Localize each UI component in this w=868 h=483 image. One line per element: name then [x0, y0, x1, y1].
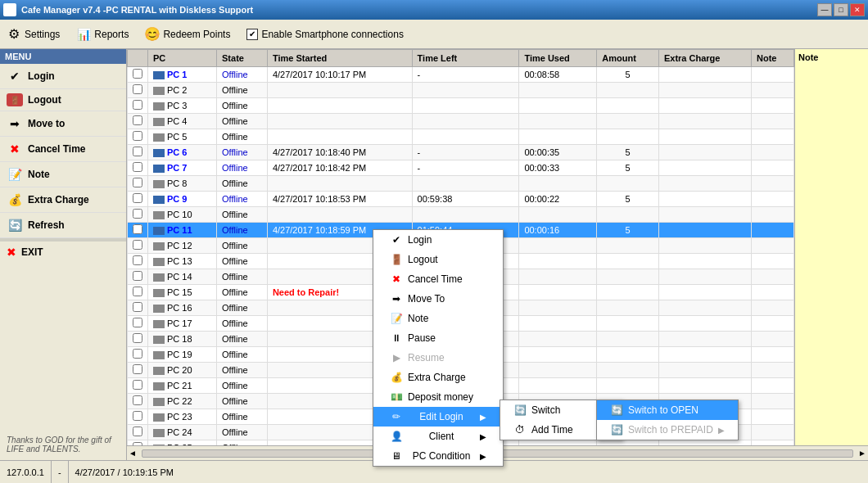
table-row[interactable]: PC 9Offline4/27/2017 10:18:53 PM00:59:38…: [128, 192, 794, 207]
sidebar-item-canceltime[interactable]: ✖ Cancel Time: [0, 137, 126, 162]
app-title: Cafe Manager v7.4 -PC RENTAL with Diskle…: [21, 5, 253, 15]
row-checkbox[interactable]: [133, 333, 142, 343]
row-checkbox[interactable]: [133, 318, 142, 327]
row-checkbox[interactable]: [133, 69, 142, 79]
pc-link[interactable]: PC 11: [167, 225, 192, 235]
row-time-started: 4/27/2017 10:18:40 PM: [267, 145, 412, 160]
row-checkbox[interactable]: [133, 287, 142, 296]
pc-link[interactable]: PC 9: [167, 194, 187, 204]
row-checkbox[interactable]: [133, 147, 142, 156]
table-row[interactable]: PC 3Offline: [128, 98, 794, 114]
row-checkbox[interactable]: [133, 224, 142, 234]
row-checkbox[interactable]: [133, 178, 142, 187]
row-checkbox[interactable]: [133, 349, 142, 359]
row-checkbox[interactable]: [133, 100, 142, 110]
row-checkbox[interactable]: [133, 427, 142, 436]
row-checkbox[interactable]: [133, 240, 142, 250]
row-time-used: 00:08:58: [519, 67, 597, 83]
reports-button[interactable]: Reports: [76, 27, 129, 42]
ctx-pccondition-label: PC Condition: [413, 450, 471, 462]
redeem-button[interactable]: Redeem Points: [145, 27, 230, 42]
smartphone-toggle[interactable]: ✔ Enable Smartphone connections: [246, 29, 403, 40]
minimize-button[interactable]: —: [817, 3, 832, 16]
row-note: [752, 223, 794, 238]
row-amount: 5: [597, 145, 659, 160]
sidebar-exit-button[interactable]: ✖ EXIT: [0, 242, 126, 263]
ctx-pc-condition[interactable]: 🖥 PC Condition ▶: [373, 446, 503, 466]
sidebar-item-extracharge[interactable]: 💰 Extra Charge: [0, 187, 126, 213]
row-checkbox-cell: [128, 363, 148, 378]
row-time-started: [267, 176, 412, 192]
ctx-deposit-money[interactable]: 💵 Deposit money: [373, 387, 503, 407]
table-row[interactable]: PC 2Offline: [128, 83, 794, 98]
table-row[interactable]: PC 7Offline4/27/2017 10:18:42 PM-00:00:3…: [128, 160, 794, 176]
row-time-left: [412, 98, 519, 114]
row-extra-charge: [658, 300, 751, 316]
row-checkbox[interactable]: [133, 411, 142, 421]
row-checkbox-cell: [128, 114, 148, 129]
sidebar-item-moveto[interactable]: ➡ Move to: [0, 111, 126, 137]
table-row[interactable]: PC 1Offline4/27/2017 10:10:17 PM-00:08:5…: [128, 67, 794, 83]
logout-icon: 🚪: [7, 93, 23, 106]
row-checkbox[interactable]: [133, 395, 142, 405]
row-checkbox[interactable]: [133, 380, 142, 390]
row-extra-charge: [658, 192, 751, 207]
row-checkbox[interactable]: [133, 84, 142, 94]
row-checkbox-cell: [128, 192, 148, 207]
row-checkbox[interactable]: [133, 162, 142, 172]
row-checkbox[interactable]: [133, 131, 142, 141]
sidebar-moveto-label: Move to: [28, 118, 65, 129]
pc-label: PC 5: [167, 132, 187, 142]
row-checkbox[interactable]: [133, 271, 142, 281]
row-pc-name: PC 15: [148, 285, 217, 300]
ctx-login[interactable]: ✔ Login: [373, 230, 503, 250]
table-row[interactable]: PC 5Offline: [128, 129, 794, 145]
status-ip: 127.0.0.1: [0, 461, 52, 483]
row-amount: [597, 363, 659, 378]
row-amount: [597, 129, 659, 145]
ctx-edit-login[interactable]: ✏ Edit Login ▶: [373, 407, 503, 427]
row-extra-charge: [658, 114, 751, 129]
table-row[interactable]: PC 8Offline: [128, 176, 794, 192]
pc-link[interactable]: PC 6: [167, 147, 187, 157]
row-extra-charge: [658, 285, 751, 300]
row-amount: 5: [597, 160, 659, 176]
table-row[interactable]: PC 4Offline: [128, 114, 794, 129]
ctx-extracharge-label: Extra Charge: [408, 372, 466, 383]
maximize-button[interactable]: □: [834, 3, 848, 16]
row-checkbox[interactable]: [133, 364, 142, 374]
ctx-note[interactable]: 📝 Note: [373, 309, 503, 328]
table-row[interactable]: PC 6Offline4/27/2017 10:18:40 PM-00:00:3…: [128, 145, 794, 160]
close-button[interactable]: ✕: [850, 3, 865, 16]
row-time-used: [519, 363, 597, 378]
submenu-switch-prepaid: 🔄 Switch to PREPAID ▶: [597, 420, 738, 440]
scroll-right-btn[interactable]: ►: [857, 449, 868, 458]
smartphone-checkbox[interactable]: ✔: [246, 29, 258, 40]
row-pc-name: PC 2: [148, 83, 217, 98]
ctx-extracharge-icon: 💰: [390, 371, 403, 384]
submenu-switch-open[interactable]: 🔄 Switch to OPEN: [597, 400, 738, 420]
row-checkbox[interactable]: [133, 209, 142, 219]
ctx-note-icon: 📝: [390, 312, 403, 325]
row-checkbox[interactable]: [133, 255, 142, 265]
ctx-cancel-time[interactable]: ✖ Cancel Time: [373, 269, 503, 289]
sidebar-item-login[interactable]: ✔ Login: [0, 64, 126, 89]
sidebar-item-refresh[interactable]: 🔄 Refresh: [0, 213, 126, 238]
row-time-left: [412, 176, 519, 192]
table-row[interactable]: PC 10Offline: [128, 207, 794, 223]
sidebar-item-logout[interactable]: 🚪 Logout: [0, 89, 126, 111]
ctx-logout[interactable]: 🚪 Logout: [373, 250, 503, 269]
ctx-extra-charge[interactable]: 💰 Extra Charge: [373, 368, 503, 387]
settings-button[interactable]: Settings: [7, 27, 60, 42]
ctx-pause[interactable]: ⏸ Pause: [373, 328, 503, 348]
sidebar-item-note[interactable]: 📝 Note: [0, 162, 126, 187]
ctx-move-to[interactable]: ➡ Move To: [373, 289, 503, 309]
row-checkbox[interactable]: [133, 193, 142, 203]
row-checkbox[interactable]: [133, 302, 142, 312]
scroll-left-btn[interactable]: ◄: [127, 449, 138, 458]
toolbar: Settings Reports Redeem Points ✔ Enable …: [0, 20, 868, 49]
row-checkbox[interactable]: [133, 115, 142, 125]
pc-link[interactable]: PC 7: [167, 163, 187, 173]
ctx-client[interactable]: 👤 Client ▶: [373, 427, 503, 446]
pc-link[interactable]: PC 1: [167, 70, 187, 79]
